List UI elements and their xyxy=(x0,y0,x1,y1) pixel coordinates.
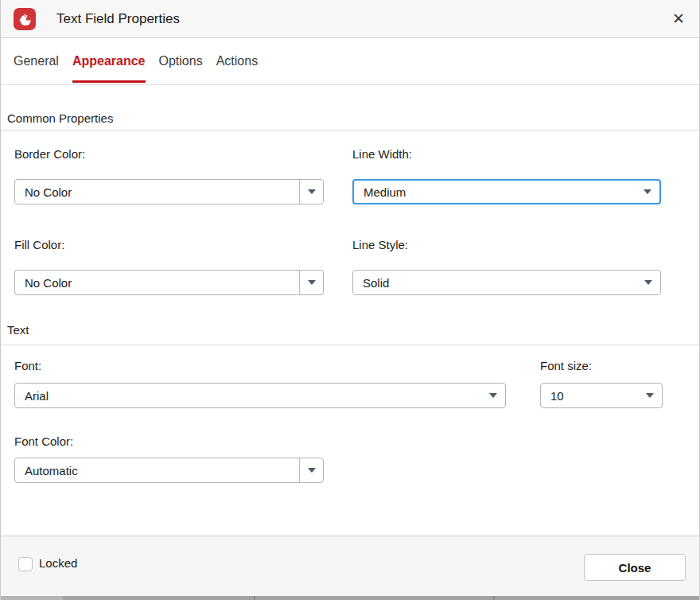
app-logo-icon xyxy=(14,8,36,30)
font-value: Arial xyxy=(15,389,481,403)
background-window-segment xyxy=(1,596,63,600)
chevron-down-icon xyxy=(308,280,316,285)
chevron-down-icon xyxy=(489,393,497,398)
font-size-value: 10 xyxy=(541,389,638,403)
line-width-dropdown[interactable]: Medium xyxy=(352,179,661,205)
font-color-arrow-button[interactable] xyxy=(299,458,323,482)
tab-actions[interactable]: Actions xyxy=(216,38,258,85)
fill-color-arrow-button[interactable] xyxy=(299,271,323,294)
tab-options[interactable]: Options xyxy=(159,38,203,85)
chevron-down-icon xyxy=(308,189,316,194)
chevron-down-icon xyxy=(646,393,654,398)
text-field-properties-dialog: Text Field Properties ✕ General Appearan… xyxy=(0,0,700,600)
tab-general[interactable]: General xyxy=(14,38,59,85)
font-size-arrow xyxy=(638,384,662,407)
tab-bar: General Appearance Options Actions xyxy=(1,38,700,85)
font-arrow xyxy=(481,384,505,407)
divider xyxy=(1,130,700,131)
font-size-dropdown[interactable]: 10 xyxy=(540,383,663,408)
line-style-label: Line Style: xyxy=(352,238,408,251)
border-color-value: No Color xyxy=(15,185,299,199)
font-dropdown[interactable]: Arial xyxy=(14,383,506,408)
background-window-separator xyxy=(254,596,255,600)
close-icon[interactable]: ✕ xyxy=(663,0,694,37)
line-style-arrow xyxy=(636,271,660,294)
border-color-arrow-button[interactable] xyxy=(299,180,323,204)
line-width-value: Medium xyxy=(354,185,636,199)
line-width-arrow xyxy=(636,181,659,203)
chevron-down-icon xyxy=(308,468,316,473)
fill-color-dropdown[interactable]: No Color xyxy=(14,270,324,295)
background-window-edge xyxy=(1,596,700,600)
line-width-label: Line Width: xyxy=(352,147,412,161)
close-button[interactable]: Close xyxy=(584,554,686,581)
title-bar: Text Field Properties ✕ xyxy=(1,0,700,38)
locked-label: Locked xyxy=(39,556,77,570)
font-label: Font: xyxy=(14,359,41,372)
line-style-dropdown[interactable]: Solid xyxy=(352,270,661,295)
tab-appearance[interactable]: Appearance xyxy=(72,38,146,85)
border-color-label: Border Color: xyxy=(14,147,85,161)
fill-color-label: Fill Color: xyxy=(14,238,64,251)
line-style-value: Solid xyxy=(353,276,636,290)
section-text: Text xyxy=(7,323,29,337)
chevron-down-icon xyxy=(644,280,652,285)
font-color-value: Automatic xyxy=(15,464,299,477)
font-color-dropdown[interactable]: Automatic xyxy=(14,458,324,483)
dialog-title: Text Field Properties xyxy=(56,0,180,38)
fill-color-value: No Color xyxy=(15,276,299,290)
font-color-label: Font Color: xyxy=(14,434,73,448)
font-size-label: Font size: xyxy=(540,359,592,372)
locked-checkbox[interactable] xyxy=(18,557,33,571)
border-color-dropdown[interactable]: No Color xyxy=(14,179,324,205)
footer-bar: Locked Close xyxy=(1,536,700,596)
chevron-down-icon xyxy=(644,189,651,194)
background-window-separator xyxy=(493,596,495,600)
divider xyxy=(1,345,700,345)
section-common-properties: Common Properties xyxy=(7,111,113,125)
